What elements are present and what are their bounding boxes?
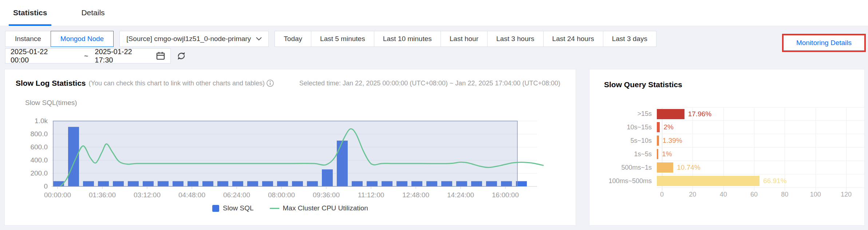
slow-query-row: 500ms~1s10.74%: [589, 161, 865, 174]
slow-query-value-label: 10.74%: [677, 164, 700, 172]
refresh-button[interactable]: [176, 51, 187, 61]
legend-label: Max Cluster CPU Utilization: [283, 204, 368, 212]
x-tick-label: 08:00:00: [268, 191, 295, 199]
legend-line-swatch: [270, 208, 279, 209]
slow-query-value-label: 1%: [662, 150, 672, 158]
time-range-group: TodayLast 5 minutesLast 10 minutesLast h…: [275, 31, 656, 47]
tab-bar: Statistics Details: [0, 0, 868, 26]
slow-query-value-label: 66.91%: [763, 177, 786, 185]
slow-log-chart[interactable]: Slow SQL(times)0200.0400.0600.0800.01.0k…: [5, 69, 576, 226]
x-tick-label: 80: [781, 191, 788, 198]
source-node-dropdown-value: [Source] cmgo-owjl1z51_0-node-primary: [126, 35, 251, 43]
slow-query-value-label: 17.96%: [688, 110, 711, 118]
slow-query-title: Slow Query Statistics: [589, 69, 864, 89]
mongod-node-button[interactable]: Mongod Node: [51, 31, 114, 47]
date-start: 2025-01-22 00:00: [11, 48, 68, 64]
x-tick-label: 06:24:00: [223, 191, 250, 199]
slow-query-bar-cell: 1%: [657, 148, 865, 161]
slow-query-bar[interactable]: [657, 122, 660, 132]
range-button-last-3-hours[interactable]: Last 3 hours: [487, 31, 544, 47]
slow-query-bar-cell: 1.39%: [657, 134, 865, 148]
range-button-last-10-minutes[interactable]: Last 10 minutes: [374, 31, 441, 47]
x-tick-label: 14:24:00: [447, 191, 474, 199]
slow-query-bar[interactable]: [657, 109, 684, 119]
brush-selection-region[interactable]: [53, 121, 517, 186]
slow-query-statistics-panel: Slow Query Statistics >15s17.96%10s~15s2…: [589, 69, 865, 226]
legend-bar-swatch: [212, 205, 219, 212]
x-tick-label: 120: [841, 191, 852, 198]
x-tick-label: 16:00:00: [492, 191, 519, 199]
slow-query-bar-cell: 10.74%: [657, 161, 865, 174]
tab-details[interactable]: Details: [77, 0, 109, 26]
monitoring-details-highlight-box: Monitoring Details: [782, 34, 866, 52]
monitoring-details-button[interactable]: Monitoring Details: [784, 35, 864, 51]
slow-query-bar[interactable]: [657, 162, 673, 173]
x-tick-label: 12:48:00: [402, 191, 429, 199]
slow-query-category-label: 10s~15s: [589, 124, 657, 131]
slow-query-bar[interactable]: [657, 176, 760, 186]
x-tick-label: 20: [689, 191, 696, 198]
slow-query-row: >15s17.96%: [589, 107, 865, 121]
date-row: 2025-01-22 00:00 ~ 2025-01-22 17:30: [5, 48, 187, 64]
y-tick-label: 800.0: [30, 130, 48, 138]
refresh-icon: [176, 51, 187, 61]
x-tick-label: 11:12:00: [358, 191, 384, 199]
slow-query-row: 1s~5s1%: [589, 148, 865, 161]
y-tick-label: 400.0: [30, 156, 48, 164]
y-tick-label: 600.0: [30, 143, 48, 151]
slow-query-value-label: 1.39%: [663, 137, 682, 145]
date-separator: ~: [84, 52, 88, 60]
slow-query-category-label: >15s: [589, 110, 657, 118]
slow-query-row: 100ms~500ms66.91%: [589, 174, 865, 188]
slow-log-legend: Slow SQLMax Cluster CPU Utilization: [5, 204, 576, 212]
slow-query-category-label: 100ms~500ms: [589, 177, 657, 185]
chevron-down-icon: [256, 37, 262, 41]
range-button-last-5-minutes[interactable]: Last 5 minutes: [311, 31, 374, 47]
date-end: 2025-01-22 17:30: [95, 48, 152, 64]
range-button-last-hour[interactable]: Last hour: [441, 31, 488, 47]
instance-button[interactable]: Instance: [5, 31, 51, 47]
legend-item-max-cluster-cpu-utilization[interactable]: Max Cluster CPU Utilization: [270, 204, 368, 212]
slow-query-category-label: 500ms~1s: [589, 164, 657, 172]
tab-statistics[interactable]: Statistics: [9, 0, 51, 26]
x-tick-label: 60: [750, 191, 758, 198]
slow-query-bar[interactable]: [657, 136, 659, 146]
x-tick-label: 09:36:00: [313, 191, 340, 199]
source-node-dropdown[interactable]: [Source] cmgo-owjl1z51_0-node-primary: [119, 31, 269, 47]
x-tick-label: 04:48:00: [178, 191, 205, 199]
legend-item-slow-sql[interactable]: Slow SQL: [212, 204, 253, 212]
y-tick-label: 0: [44, 182, 48, 190]
range-button-last-3-days[interactable]: Last 3 days: [603, 31, 656, 47]
slow-query-value-label: 2%: [663, 123, 673, 131]
slow-query-category-label: 5s~10s: [589, 137, 657, 145]
slow-query-bar-cell: 66.91%: [657, 174, 865, 188]
date-range-picker[interactable]: 2025-01-22 00:00 ~ 2025-01-22 17:30: [5, 48, 171, 64]
slow-query-category-label: 1s~5s: [589, 150, 657, 158]
slow-log-statistics-panel: Slow Log Statistics (You can check this …: [4, 69, 576, 226]
slow-query-x-axis: 020406080100120: [662, 188, 865, 199]
slow-query-chart: >15s17.96%10s~15s2%5s~10s1.39%1s~5s1%500…: [589, 107, 865, 199]
x-tick-label: 0: [660, 191, 664, 198]
legend-label: Slow SQL: [223, 204, 253, 212]
y-tick-label: 200.0: [30, 169, 48, 177]
tab-details-label: Details: [81, 8, 104, 17]
range-button-today[interactable]: Today: [275, 31, 311, 47]
slow-query-row: 5s~10s1.39%: [589, 134, 865, 148]
x-tick-label: 00:00:00: [44, 191, 71, 199]
x-tick-label: 100: [810, 191, 821, 198]
x-tick-label: 40: [720, 191, 727, 198]
x-tick-label: 03:12:00: [134, 191, 161, 199]
y-axis-label: Slow SQL(times): [25, 99, 77, 106]
slow-query-bar-cell: 2%: [657, 121, 865, 134]
slow-query-bar[interactable]: [657, 149, 658, 159]
tab-statistics-label: Statistics: [13, 8, 47, 17]
x-tick-label: 01:36:00: [89, 191, 116, 199]
calendar-icon: [156, 51, 165, 61]
slow-query-row: 10s~15s2%: [589, 121, 865, 134]
active-tab-underline: [9, 24, 51, 26]
range-button-last-24-hours[interactable]: Last 24 hours: [543, 31, 603, 47]
y-tick-label: 1.0k: [35, 117, 48, 125]
slow-query-bar-cell: 17.96%: [657, 107, 865, 121]
scope-toggle-group: Instance Mongod Node: [5, 31, 114, 47]
filter-row: Instance Mongod Node [Source] cmgo-owjl1…: [5, 31, 656, 47]
